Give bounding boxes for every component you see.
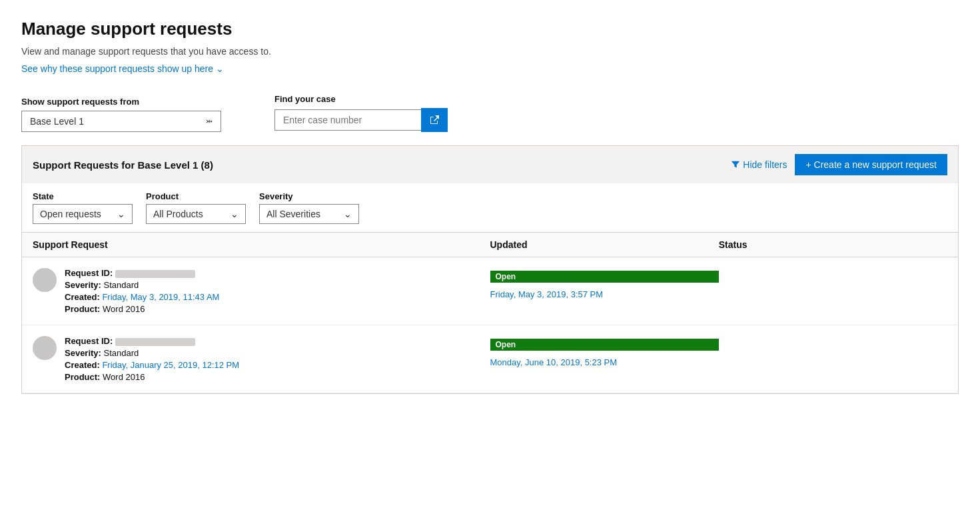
show-requests-label: Show support requests from xyxy=(21,97,221,107)
request-id-row: Request ID: xyxy=(65,336,239,346)
severity-label: Severity: xyxy=(65,280,101,290)
severity-value: Standard xyxy=(104,280,139,290)
controls-row: Show support requests from Base Level 1 … xyxy=(21,94,959,132)
product-label: Product: xyxy=(65,372,100,382)
filter-icon xyxy=(731,160,740,169)
request-id-label: Request ID: xyxy=(65,336,113,346)
created-value: Friday, May 3, 2019, 11:43 AM xyxy=(102,292,219,302)
updated-date: Friday, May 3, 2019, 3:57 PM xyxy=(490,289,719,299)
table-row[interactable]: Request ID: Severity: Standard Created: … xyxy=(22,325,958,393)
page-title: Manage support requests xyxy=(21,19,959,39)
status-badge: Open xyxy=(490,271,719,283)
request-id-value xyxy=(115,338,195,346)
chevron-down-icon: ⌄ xyxy=(117,209,125,219)
product-filter-label: Product xyxy=(146,191,246,201)
severity-row: Severity: Standard xyxy=(65,280,219,290)
show-requests-group: Show support requests from Base Level 1 … xyxy=(21,97,221,132)
request-cell: Request ID: Severity: Standard Created: … xyxy=(33,336,490,382)
show-requests-dropdown[interactable]: Base Level 1 ⤔ xyxy=(21,111,221,132)
filters-row: State Open requests ⌄ Product All Produc… xyxy=(22,183,958,233)
severity-filter-value: All Severities xyxy=(266,209,320,219)
severity-row: Severity: Standard xyxy=(65,348,239,358)
product-row: Product: Word 2016 xyxy=(65,372,239,382)
status-badge: Open xyxy=(490,339,719,351)
see-why-link[interactable]: See why these support requests show up h… xyxy=(21,63,224,74)
created-row: Created: Friday, January 25, 2019, 12:12… xyxy=(65,360,239,370)
product-label: Product: xyxy=(65,304,100,314)
severity-value: Standard xyxy=(104,348,139,358)
support-requests-panel: Support Requests for Base Level 1 (8) Hi… xyxy=(21,145,959,394)
create-support-request-button[interactable]: + Create a new support request xyxy=(795,154,947,175)
request-details: Request ID: Severity: Standard Created: … xyxy=(65,268,219,314)
avatar xyxy=(33,336,57,360)
col-header-updated: Updated xyxy=(490,239,719,250)
status-cell xyxy=(719,268,947,271)
product-row: Product: Word 2016 xyxy=(65,304,219,314)
product-value: Word 2016 xyxy=(103,372,145,382)
col-header-support-request: Support Request xyxy=(33,239,490,250)
status-cell xyxy=(719,336,947,339)
page-subtitle: View and manage support requests that yo… xyxy=(21,46,959,57)
panel-title: Support Requests for Base Level 1 (8) xyxy=(33,159,213,171)
panel-header: Support Requests for Base Level 1 (8) Hi… xyxy=(22,146,958,183)
product-filter-value: All Products xyxy=(153,209,203,219)
find-case-group: Find your case xyxy=(274,94,448,132)
updated-cell: Open Friday, May 3, 2019, 3:57 PM xyxy=(490,268,719,299)
severity-filter-group: Severity All Severities ⌄ xyxy=(259,191,359,224)
table-row[interactable]: Request ID: Severity: Standard Created: … xyxy=(22,257,958,325)
table-header: Support Request Updated Status xyxy=(22,233,958,257)
state-filter-label: State xyxy=(33,191,133,201)
created-label: Created: xyxy=(65,292,100,302)
request-cell: Request ID: Severity: Standard Created: … xyxy=(33,268,490,314)
product-filter-dropdown[interactable]: All Products ⌄ xyxy=(146,204,246,224)
see-why-text: See why these support requests show up h… xyxy=(21,63,213,74)
severity-label: Severity: xyxy=(65,348,101,358)
find-case-input-row xyxy=(274,108,448,132)
avatar xyxy=(33,268,57,292)
request-id-label: Request ID: xyxy=(65,268,113,278)
updated-cell: Open Monday, June 10, 2019, 5:23 PM xyxy=(490,336,719,367)
dropdown-value: Base Level 1 xyxy=(30,116,84,127)
created-label: Created: xyxy=(65,360,100,370)
col-header-status: Status xyxy=(719,239,947,250)
panel-header-actions: Hide filters + Create a new support requ… xyxy=(731,154,947,175)
updated-date: Monday, June 10, 2019, 5:23 PM xyxy=(490,357,719,367)
request-id-row: Request ID: xyxy=(65,268,219,278)
chevron-down-icon: ⌄ xyxy=(216,63,224,74)
case-number-input[interactable] xyxy=(274,109,421,131)
hide-filters-label: Hide filters xyxy=(743,159,787,170)
state-filter-value: Open requests xyxy=(40,209,101,219)
chevron-down-icon: ⌄ xyxy=(344,209,352,219)
severity-filter-label: Severity xyxy=(259,191,359,201)
created-row: Created: Friday, May 3, 2019, 11:43 AM xyxy=(65,292,219,302)
find-case-label: Find your case xyxy=(274,94,448,104)
severity-filter-dropdown[interactable]: All Severities ⌄ xyxy=(259,204,359,224)
request-details: Request ID: Severity: Standard Created: … xyxy=(65,336,239,382)
state-filter-dropdown[interactable]: Open requests ⌄ xyxy=(33,204,133,224)
chevron-down-icon: ⤔ xyxy=(206,117,213,126)
external-link-icon xyxy=(429,115,440,125)
find-case-button[interactable] xyxy=(421,108,448,132)
state-filter-group: State Open requests ⌄ xyxy=(33,191,133,224)
request-id-value xyxy=(115,270,195,278)
product-filter-group: Product All Products ⌄ xyxy=(146,191,246,224)
hide-filters-button[interactable]: Hide filters xyxy=(731,159,787,170)
product-value: Word 2016 xyxy=(103,304,145,314)
chevron-down-icon: ⌄ xyxy=(231,209,239,219)
created-value: Friday, January 25, 2019, 12:12 PM xyxy=(102,360,239,370)
